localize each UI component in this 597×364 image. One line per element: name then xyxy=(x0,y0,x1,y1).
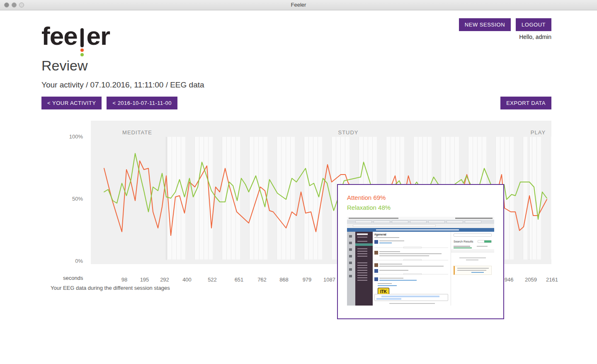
thumb-message-link xyxy=(378,285,397,286)
thumb-browser-tabstrip xyxy=(347,220,494,224)
thumb-banner-text xyxy=(376,229,459,231)
x-tick-400: 400 xyxy=(175,277,199,283)
x-tick-522: 522 xyxy=(200,277,225,283)
thumb-dm-item xyxy=(357,270,367,271)
thumb-app-icon xyxy=(349,262,352,264)
thumb-avatar xyxy=(374,251,378,255)
feeler-logo[interactable]: fee er xyxy=(41,15,110,49)
x-tick-292: 292 xyxy=(152,277,177,283)
thumb-browser-tab xyxy=(355,221,372,223)
session-screenshot-thumbnail: #general xyxy=(347,217,494,306)
thumb-channel-topic xyxy=(374,237,399,238)
thumb-warning-text xyxy=(457,270,486,271)
thumb-channel-item xyxy=(357,248,367,249)
thumb-dm-item xyxy=(357,262,367,263)
thumb-message-line xyxy=(379,264,402,265)
thumb-message-line xyxy=(379,253,442,254)
thumb-messages-tab xyxy=(454,246,470,247)
thumb-notification-banner xyxy=(347,228,494,232)
thumb-menubar-text xyxy=(349,218,398,219)
window-titlebar: Feeler xyxy=(0,0,597,10)
thumb-menubar-status-icons xyxy=(455,218,493,219)
thumb-app-icon xyxy=(349,255,352,257)
breadcrumb: Your activity / 07.10.2016, 11:11:00 / E… xyxy=(41,80,204,90)
thumb-sort-bar xyxy=(451,249,494,252)
thumb-warning-box xyxy=(454,266,492,275)
logo-text-right: er xyxy=(87,23,110,49)
thumb-browser-tab xyxy=(428,221,445,223)
thumb-warning-text xyxy=(457,268,489,269)
thumb-browser-tab xyxy=(392,221,408,223)
thumb-channel-item xyxy=(357,251,367,252)
thumb-browser-urlbar xyxy=(347,224,494,228)
thumb-day-divider xyxy=(374,274,448,274)
thumb-app-icon xyxy=(349,248,352,251)
thumb-message-link xyxy=(379,280,417,281)
thumb-channel-item xyxy=(357,253,367,254)
thumb-background-app-strip xyxy=(347,232,355,306)
thumb-avatar xyxy=(374,277,378,281)
x-tick-651: 651 xyxy=(227,277,252,283)
new-session-button[interactable]: NEW SESSION xyxy=(459,18,511,31)
thumb-message-line xyxy=(379,251,400,252)
tooltip-relaxation-value: Relaxation 48% xyxy=(347,204,494,211)
thumb-learn-more-link xyxy=(471,272,484,273)
thumb-slack-teamname xyxy=(357,233,368,235)
logo-dot-orange xyxy=(80,49,84,52)
thumb-message-line xyxy=(379,240,404,241)
export-data-button[interactable]: EXPORT DATA xyxy=(500,97,551,109)
thumb-app-icon xyxy=(349,242,352,244)
x-tick-2161: 2161 xyxy=(540,277,565,283)
thumb-message-input xyxy=(374,294,448,301)
thumb-messages-tab-underline xyxy=(454,248,472,248)
x-tick-979: 979 xyxy=(295,277,320,283)
y-tick-50: 50% xyxy=(64,196,83,202)
thumb-selected-text xyxy=(381,296,439,297)
x-tick-762: 762 xyxy=(250,277,274,283)
thumb-day-divider xyxy=(374,248,448,248)
thumb-message-link xyxy=(379,243,392,243)
thumb-message-line xyxy=(379,270,408,271)
thumb-avatar xyxy=(374,269,378,273)
header-actions: NEW SESSION LOGOUT xyxy=(459,18,551,31)
thumb-files-tab xyxy=(477,246,488,247)
thumb-avatar xyxy=(374,263,378,267)
thumb-dm-item xyxy=(357,280,367,281)
thumb-avatar xyxy=(374,240,378,244)
thumb-message-line xyxy=(378,283,392,284)
thumb-browser-tab xyxy=(447,221,463,223)
tooltip-attention-value: Attention 69% xyxy=(347,194,494,201)
thumb-message-line xyxy=(379,266,444,267)
thumb-dm-item xyxy=(357,275,367,276)
thumb-browser-tab xyxy=(410,221,427,223)
thumb-app-icon xyxy=(349,235,352,238)
thumb-slack-window: #general xyxy=(347,232,494,306)
session-date-button[interactable]: < 2016-10-07-11-11-00 xyxy=(107,97,177,109)
thumb-footer-text xyxy=(389,303,435,304)
thumb-dm-item xyxy=(357,277,367,278)
chart-tooltip: Attention 69% Relaxation 48% xyxy=(337,184,504,319)
thumb-empty-state-text xyxy=(466,260,478,260)
logo-dot-green xyxy=(80,53,84,56)
x-tick-868: 868 xyxy=(272,277,296,283)
logo-exclamation-mark xyxy=(80,28,84,56)
thumb-search-panel: Search Results xyxy=(451,232,494,306)
thumb-slack-main: #general xyxy=(373,232,450,306)
logo-bar xyxy=(80,28,84,47)
thumb-browser-tab xyxy=(374,221,390,223)
thumb-day-divider xyxy=(374,260,448,260)
window-title: Feeler xyxy=(0,2,597,8)
thumb-channel-item-selected xyxy=(355,243,373,246)
back-to-activity-button[interactable]: < YOUR ACTIVITY xyxy=(41,97,102,109)
thumb-channel-item xyxy=(357,237,367,238)
thumb-message-line xyxy=(379,278,403,279)
logo-text-left: fee xyxy=(41,23,78,49)
chart-caption: Your EEG data during the different sessi… xyxy=(51,285,170,291)
logout-button[interactable]: LOGOUT xyxy=(516,18,551,31)
thumb-dm-item xyxy=(357,265,367,266)
thumb-address-field xyxy=(353,225,436,227)
thumb-browser-tab xyxy=(465,221,481,223)
x-axis-unit-label: seconds xyxy=(63,275,83,281)
thumb-search-field xyxy=(454,233,492,237)
thumb-mac-menubar xyxy=(347,217,494,220)
